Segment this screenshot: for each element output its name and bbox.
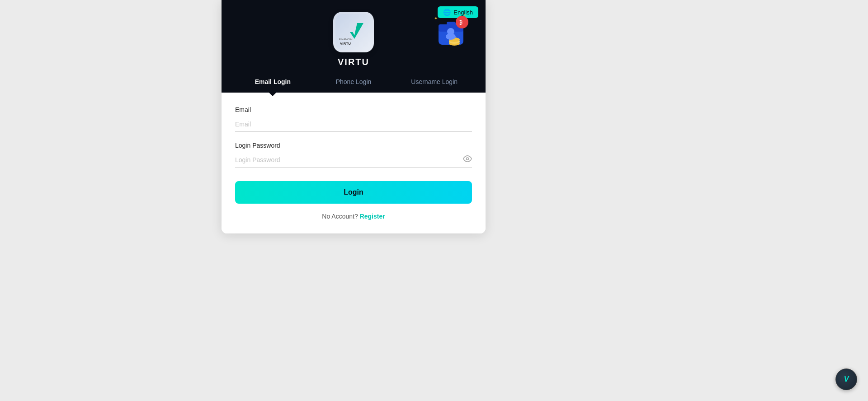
svg-point-16	[467, 158, 469, 160]
svg-text:FINANCIAL: FINANCIAL	[339, 38, 354, 41]
login-button[interactable]: Login	[235, 181, 472, 204]
login-card: 🌐 English ₿	[222, 0, 486, 233]
password-label: Login Password	[235, 142, 472, 149]
register-link[interactable]: Register	[360, 213, 385, 220]
page-wrapper: 🌐 English ₿	[0, 0, 868, 401]
logo-image-wrapper: VIRTU FINANCIAL	[333, 12, 374, 52]
tab-navigation: Email Login Phone Login Username Login	[232, 72, 475, 93]
svg-text:VIRTU: VIRTU	[340, 42, 351, 46]
logo-area: VIRTU FINANCIAL VIRTU	[232, 7, 475, 70]
card-header: 🌐 English ₿	[222, 0, 486, 93]
register-row: No Account? Register	[235, 213, 472, 220]
toggle-password-icon[interactable]	[463, 154, 472, 166]
password-form-group: Login Password	[235, 142, 472, 168]
floating-badge: V	[835, 368, 857, 390]
card-body: Email Login Password	[222, 93, 486, 233]
tab-email-login[interactable]: Email Login	[232, 72, 313, 93]
tab-phone-login[interactable]: Phone Login	[313, 72, 394, 93]
email-form-group: Email	[235, 106, 472, 132]
password-input-wrapper	[235, 153, 472, 168]
email-input[interactable]	[235, 117, 472, 131]
tab-username-login[interactable]: Username Login	[394, 72, 475, 93]
password-input[interactable]	[235, 153, 472, 167]
floating-badge-letter: V	[844, 375, 849, 383]
brand-name: VIRTU	[338, 57, 369, 67]
email-label: Email	[235, 106, 472, 113]
no-account-text: No Account?	[322, 213, 358, 220]
email-input-wrapper	[235, 117, 472, 132]
